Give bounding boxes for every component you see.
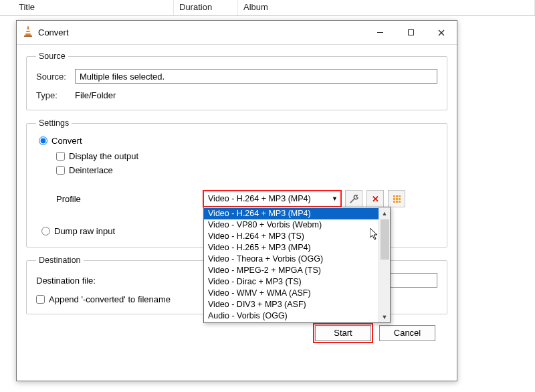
delete-profile-button[interactable]: ✕ — [366, 190, 384, 207]
svg-rect-11 — [399, 195, 401, 197]
convert-radio-input[interactable] — [39, 136, 47, 145]
display-output-input[interactable] — [56, 152, 65, 161]
svg-rect-3 — [24, 35, 32, 37]
dialog-footer: Start Cancel — [26, 322, 447, 341]
settings-legend: Settings — [36, 118, 72, 128]
append-converted-label: Append '-converted' to filename — [49, 294, 171, 304]
chevron-down-icon: ▼ — [332, 195, 338, 202]
start-button[interactable]: Start — [315, 325, 371, 341]
svg-rect-13 — [396, 198, 398, 200]
settings-group: Settings Convert Display the output Dein… — [26, 118, 447, 248]
vlc-cone-icon — [23, 25, 33, 39]
profile-selected: Video - H.264 + MP3 (MP4) — [208, 194, 311, 203]
source-legend: Source — [36, 52, 68, 61]
type-label: Type: — [36, 90, 75, 100]
column-title[interactable]: Title — [13, 0, 174, 15]
edit-profile-button[interactable] — [345, 190, 362, 207]
profile-option[interactable]: Video - WMV + WMA (ASF) — [204, 288, 379, 299]
profile-dropdown-button[interactable]: Video - H.264 + MP3 (MP4) ▼ — [203, 191, 341, 207]
profile-label: Profile — [56, 194, 203, 204]
profile-dropdown-list[interactable]: Video - H.264 + MP3 (MP4) Video - VP80 +… — [203, 207, 391, 323]
convert-radio[interactable]: Convert — [39, 136, 437, 146]
profile-option[interactable]: Video - H.265 + MP3 (MP4) — [204, 242, 379, 254]
svg-rect-5 — [408, 30, 413, 35]
scroll-up-icon[interactable]: ▲ — [379, 207, 390, 219]
display-output-label: Display the output — [69, 151, 138, 161]
dump-raw-input[interactable] — [41, 227, 50, 235]
profile-option[interactable]: Video - VP80 + Vorbis (Webm) — [204, 219, 379, 231]
deinterlace-input[interactable] — [56, 166, 65, 175]
dropdown-scrollbar[interactable]: ▲ ▼ — [379, 207, 390, 322]
window-title: Convert — [38, 27, 69, 37]
svg-rect-9 — [393, 195, 395, 197]
profile-option[interactable]: Video - H.264 + MP3 (TS) — [204, 231, 379, 242]
svg-rect-14 — [399, 198, 401, 200]
maximize-button[interactable] — [395, 21, 426, 45]
minimize-button[interactable] — [364, 21, 395, 45]
svg-rect-16 — [396, 201, 398, 203]
profile-option[interactable]: Video - DIV3 + MP3 (ASF) — [204, 299, 379, 310]
new-profile-button[interactable] — [388, 190, 405, 207]
cancel-button[interactable]: Cancel — [379, 325, 435, 341]
dump-raw-label: Dump raw input — [54, 226, 115, 236]
type-value: File/Folder — [75, 90, 116, 100]
profile-dropdown[interactable]: Video - H.264 + MP3 (MP4) ▼ Video - H.26… — [203, 191, 341, 207]
deinterlace-label: Deinterlace — [69, 165, 113, 175]
svg-rect-12 — [393, 198, 395, 200]
destination-legend: Destination — [36, 256, 84, 265]
convert-radio-label: Convert — [51, 136, 82, 146]
scroll-down-icon[interactable]: ▼ — [379, 311, 390, 322]
convert-dialog: Convert Source Source: Type: File/Folder — [16, 20, 457, 381]
display-output-checkbox[interactable]: Display the output — [56, 151, 437, 161]
profile-option[interactable]: Video - H.264 + MP3 (MP4) — [204, 208, 379, 219]
destination-file-label: Destination file: — [36, 276, 209, 286]
svg-rect-10 — [396, 195, 398, 197]
list-header: Title Duration Album — [0, 0, 535, 16]
source-input[interactable] — [75, 69, 437, 84]
source-label: Source: — [36, 72, 75, 82]
profile-option[interactable]: Video - MPEG-2 + MPGA (TS) — [204, 265, 379, 276]
column-album[interactable]: Album — [238, 0, 535, 15]
svg-marker-0 — [25, 26, 31, 36]
svg-rect-17 — [399, 201, 401, 203]
append-converted-input[interactable] — [36, 295, 45, 304]
source-group: Source Source: Type: File/Folder — [26, 52, 447, 110]
close-button[interactable] — [426, 21, 457, 45]
svg-rect-1 — [27, 29, 29, 31]
profile-option[interactable]: Audio - Vorbis (OGG) — [204, 310, 379, 322]
scrollbar-thumb[interactable] — [381, 219, 389, 260]
svg-rect-2 — [26, 32, 30, 33]
column-duration[interactable]: Duration — [174, 0, 238, 15]
titlebar: Convert — [17, 21, 457, 45]
deinterlace-checkbox[interactable]: Deinterlace — [56, 165, 437, 175]
svg-rect-15 — [393, 201, 395, 203]
profile-option[interactable]: Video - Dirac + MP3 (TS) — [204, 276, 379, 288]
profile-option[interactable]: Video - Theora + Vorbis (OGG) — [204, 254, 379, 265]
